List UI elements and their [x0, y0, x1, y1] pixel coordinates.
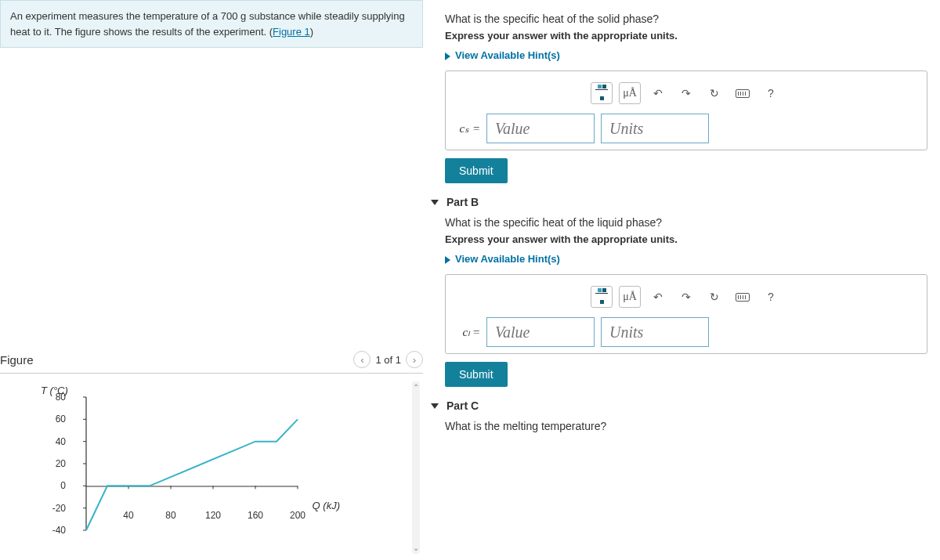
part-a-hints-toggle[interactable]: View Available Hint(s): [445, 49, 927, 61]
part-b-instruction: Express your answer with the appropriate…: [445, 233, 927, 245]
chart-svg: [70, 389, 306, 538]
intro-text: An experiment measures the temperature o…: [10, 10, 405, 38]
heating-curve-chart: T (°C) Q (kJ) -40-20020406080 4080120160…: [70, 389, 306, 538]
caret-down-icon: [431, 403, 439, 409]
part-b-answer-box: μÅ ↶ ↷ ↻ ? cₗ =: [445, 274, 927, 354]
keyboard-button[interactable]: [732, 82, 754, 104]
problem-intro: An experiment measures the temperature o…: [0, 0, 423, 48]
part-b-header[interactable]: Part B: [431, 196, 927, 208]
part-b-value-input[interactable]: [486, 317, 595, 347]
undo-button[interactable]: ↶: [647, 286, 669, 308]
caret-right-icon: [445, 52, 450, 60]
part-a-variable-label: cₛ =: [457, 121, 480, 135]
part-a-instruction: Express your answer with the appropriate…: [445, 30, 927, 42]
figure-link[interactable]: Figure 1: [273, 26, 310, 38]
part-b-label: Part B: [446, 196, 479, 208]
part-a-value-input[interactable]: [486, 114, 595, 143]
keyboard-icon: [736, 293, 750, 302]
part-b-variable-label: cₗ =: [457, 325, 480, 339]
keyboard-icon: [736, 89, 750, 98]
part-b-hints-toggle[interactable]: View Available Hint(s): [445, 253, 927, 265]
reset-button[interactable]: ↻: [703, 82, 725, 104]
part-c-header[interactable]: Part C: [431, 399, 927, 412]
help-button[interactable]: ?: [760, 82, 782, 104]
part-a-answer-box: μÅ ↶ ↷ ↻ ? cₛ =: [445, 70, 927, 150]
help-button[interactable]: ?: [760, 286, 782, 308]
special-char-button[interactable]: μÅ: [619, 82, 641, 104]
answer-toolbar: μÅ ↶ ↷ ↻ ?: [457, 82, 916, 104]
caret-right-icon: [445, 256, 450, 264]
part-b-units-input[interactable]: [601, 317, 709, 347]
intro-text-post: ): [310, 26, 313, 38]
fraction-tool-button[interactable]: [591, 286, 613, 308]
pager-prev-button[interactable]: ‹: [353, 351, 371, 368]
special-char-button[interactable]: μÅ: [619, 286, 641, 308]
figure-title: Figure: [0, 353, 34, 367]
part-b-submit-button[interactable]: Submit: [445, 362, 508, 387]
keyboard-button[interactable]: [732, 286, 754, 308]
answer-toolbar: μÅ ↶ ↷ ↻ ?: [457, 286, 916, 308]
reset-button[interactable]: ↻: [703, 286, 725, 308]
redo-button[interactable]: ↷: [675, 82, 697, 104]
part-b-question: What is the specific heat of the liquid …: [445, 216, 927, 229]
undo-button[interactable]: ↶: [647, 82, 669, 104]
part-a-units-input[interactable]: [601, 114, 709, 143]
part-a-question: What is the specific heat of the solid p…: [445, 13, 927, 25]
fraction-tool-button[interactable]: [591, 82, 613, 104]
caret-down-icon: [431, 200, 439, 205]
chart-xlabel: Q (kJ): [313, 500, 340, 511]
figure-scrollbar[interactable]: ⌃⌄: [412, 381, 420, 554]
part-c-question: What is the melting temperature?: [445, 420, 927, 432]
part-a-submit-button[interactable]: Submit: [445, 158, 508, 183]
part-c-label: Part C: [446, 399, 479, 412]
figure-pager: ‹ 1 of 1 ›: [353, 351, 423, 368]
pager-next-button[interactable]: ›: [406, 351, 423, 368]
redo-button[interactable]: ↷: [675, 286, 697, 308]
pager-label: 1 of 1: [375, 354, 401, 366]
